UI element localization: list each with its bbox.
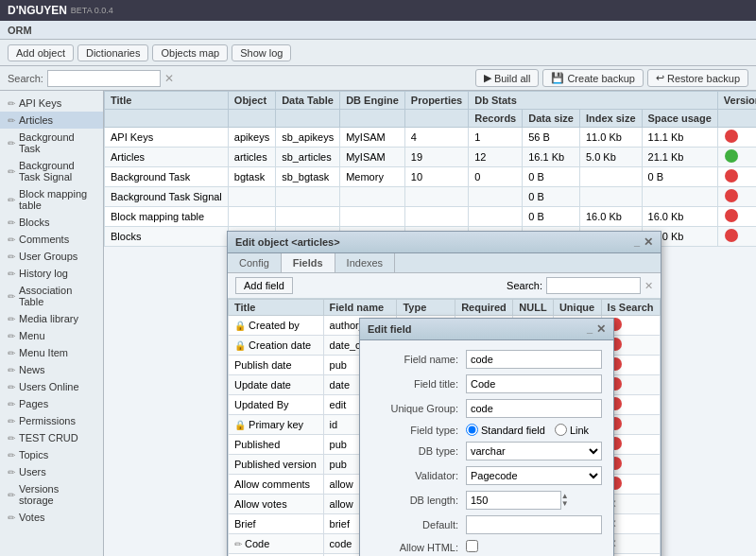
unique-group-input[interactable] bbox=[466, 399, 602, 418]
edit-icon: ✏ bbox=[8, 331, 15, 341]
sidebar-item-apikeys[interactable]: ✏ API Keys bbox=[0, 95, 103, 112]
modal-minimize-icon[interactable]: _ bbox=[587, 322, 593, 336]
sidebar-item-label: Menu Item bbox=[19, 347, 68, 358]
radio-standard-label[interactable]: Standard field bbox=[466, 424, 545, 436]
dictionaries-button[interactable]: Dictionaries bbox=[77, 44, 148, 61]
cell-properties bbox=[404, 187, 468, 207]
sidebar-item-blockmapping[interactable]: ✏ Block mapping table bbox=[0, 185, 103, 214]
cell-records bbox=[469, 187, 523, 207]
version-ctrl-icon[interactable] bbox=[725, 209, 738, 222]
fields-search: Search: ✕ bbox=[507, 277, 653, 294]
search-clear-icon[interactable]: ✕ bbox=[164, 72, 174, 85]
edit-icon: ✏ bbox=[8, 115, 15, 126]
sidebar-item-label: Pages bbox=[19, 398, 48, 409]
fields-toolbar: Add field Search: ✕ bbox=[228, 273, 661, 299]
restore-backup-button[interactable]: ↩ Restore backup bbox=[647, 69, 748, 87]
cell-indexsize: 11.0 Kb bbox=[579, 128, 642, 148]
sidebar-item-label: API Keys bbox=[19, 97, 61, 109]
cell-dbengine: MyISAM bbox=[340, 128, 405, 148]
sidebar-item-menu[interactable]: ✏ Menu bbox=[0, 327, 103, 344]
col-data-table: Data Table bbox=[276, 92, 340, 110]
sidebar-item-menuitem[interactable]: ✏ Menu Item bbox=[0, 344, 103, 361]
fields-search-clear-icon[interactable]: ✕ bbox=[644, 280, 653, 292]
build-all-button[interactable]: ▶ Build all bbox=[475, 69, 540, 87]
restore-icon: ↩ bbox=[656, 72, 664, 84]
sidebar-item-users[interactable]: ✏ Users bbox=[0, 463, 103, 480]
col-version-control-sub bbox=[717, 110, 756, 128]
add-object-button[interactable]: Add object bbox=[8, 44, 74, 61]
sidebar-item-news[interactable]: ✏ News bbox=[0, 361, 103, 378]
field-name-input[interactable] bbox=[466, 350, 602, 369]
sidebar-item-bgtask[interactable]: ✏ Background Task bbox=[0, 129, 103, 157]
cell-object: apikeys bbox=[228, 128, 275, 148]
sidebar-item-topics[interactable]: ✏ Topics bbox=[0, 446, 103, 463]
field-cell-title: Allow comments bbox=[229, 475, 324, 495]
modal-minimize-icon[interactable]: _ bbox=[634, 235, 640, 249]
create-backup-button[interactable]: 💾 Create backup bbox=[542, 69, 644, 87]
sidebar-item-versionsstorage[interactable]: ✏ Versions storage bbox=[0, 480, 103, 509]
edit-icon: ✏ bbox=[8, 252, 15, 262]
sidebar-item-usergroups[interactable]: ✏ User Groups bbox=[0, 248, 103, 265]
sidebar-item-pages[interactable]: ✏ Pages bbox=[0, 395, 103, 412]
edit-object-tabs: Config Fields Indexes bbox=[228, 253, 661, 273]
sidebar-item-medialibrary[interactable]: ✏ Media library bbox=[0, 310, 103, 327]
sidebar-item-articles[interactable]: ✏ Articles bbox=[0, 112, 103, 129]
modal-close-icon[interactable]: ✕ bbox=[644, 235, 653, 249]
tab-config[interactable]: Config bbox=[228, 253, 282, 272]
sidebar-item-historylog[interactable]: ✏ History log bbox=[0, 265, 103, 282]
stepper-down-icon[interactable]: ▼ bbox=[561, 500, 569, 508]
sidebar-item-comments[interactable]: ✏ Comments bbox=[0, 231, 103, 248]
cell-properties: 4 bbox=[404, 128, 468, 148]
fields-search-input[interactable] bbox=[546, 277, 641, 294]
content-area: Title Object Data Table DB Engine Proper… bbox=[104, 91, 756, 556]
version-ctrl-icon[interactable] bbox=[725, 149, 738, 163]
db-length-input[interactable] bbox=[466, 491, 561, 510]
beta-badge: BETA bbox=[71, 6, 93, 15]
edit-field-icon[interactable]: ✏ bbox=[234, 539, 242, 549]
add-field-button[interactable]: Add field bbox=[235, 277, 293, 294]
sidebar-item-testcrud[interactable]: ✏ TEST CRUD bbox=[0, 429, 103, 446]
sidebar-item-votes[interactable]: ✏ Votes bbox=[0, 509, 103, 526]
edit-icon: ✏ bbox=[8, 98, 15, 109]
sidebar-item-label: Users Online bbox=[19, 381, 79, 392]
db-type-select[interactable]: varchar text int bigint tinyint mediumte… bbox=[466, 442, 602, 460]
field-cell-title: 🔒 Primary key bbox=[229, 415, 324, 435]
cell-title: API Keys bbox=[105, 128, 229, 148]
version-ctrl-icon[interactable] bbox=[725, 169, 738, 182]
radio-link-label[interactable]: Link bbox=[555, 424, 589, 436]
version-ctrl-icon[interactable] bbox=[725, 189, 738, 202]
search-input[interactable] bbox=[47, 70, 161, 87]
main-layout: ✏ API Keys ✏ Articles ✏ Background Task … bbox=[0, 91, 756, 556]
sidebar-item-label: Media library bbox=[19, 313, 78, 324]
default-input[interactable] bbox=[466, 515, 602, 534]
section-title: ORM bbox=[8, 25, 32, 36]
col-db-engine: DB Engine bbox=[340, 92, 405, 110]
sidebar-item-assoctable[interactable]: ✏ Association Table bbox=[0, 282, 103, 310]
sidebar-item-usersonline[interactable]: ✏ Users Online bbox=[0, 378, 103, 395]
radio-standard[interactable] bbox=[466, 424, 478, 436]
field-title-input[interactable] bbox=[466, 374, 602, 393]
edit-icon: ✏ bbox=[8, 382, 15, 392]
radio-link[interactable] bbox=[555, 424, 567, 436]
sidebar-item-blocks[interactable]: ✏ Blocks bbox=[0, 214, 103, 231]
show-log-button[interactable]: Show log bbox=[232, 44, 291, 61]
tab-fields[interactable]: Fields bbox=[282, 253, 335, 272]
version-ctrl-icon[interactable] bbox=[725, 229, 738, 242]
tab-indexes[interactable]: Indexes bbox=[335, 253, 396, 272]
field-cell-title: ✏ Code bbox=[229, 534, 324, 554]
edit-icon: ✏ bbox=[8, 269, 15, 279]
objects-map-button[interactable]: Objects map bbox=[152, 44, 228, 61]
col-records: Records bbox=[469, 110, 523, 128]
fields-col-type: Type bbox=[397, 300, 455, 316]
sidebar-item-bgts[interactable]: ✏ Background Task Signal bbox=[0, 157, 103, 185]
edit-icon: ✏ bbox=[8, 450, 15, 460]
allow-html-checkbox[interactable] bbox=[466, 540, 478, 552]
edit-icon: ✏ bbox=[8, 138, 15, 148]
sidebar-item-permissions[interactable]: ✏ Permissions bbox=[0, 412, 103, 429]
version-ctrl-icon[interactable] bbox=[725, 130, 738, 143]
build-icon: ▶ bbox=[484, 72, 491, 84]
modal-close-icon[interactable]: ✕ bbox=[596, 322, 606, 336]
allow-html-row: Allow HTML: bbox=[371, 540, 602, 554]
edit-field-modal: Edit field _ ✕ Field name: Field title: bbox=[359, 318, 614, 556]
validator-select[interactable]: Pagecode None Email URL Integer Float bbox=[466, 466, 602, 485]
